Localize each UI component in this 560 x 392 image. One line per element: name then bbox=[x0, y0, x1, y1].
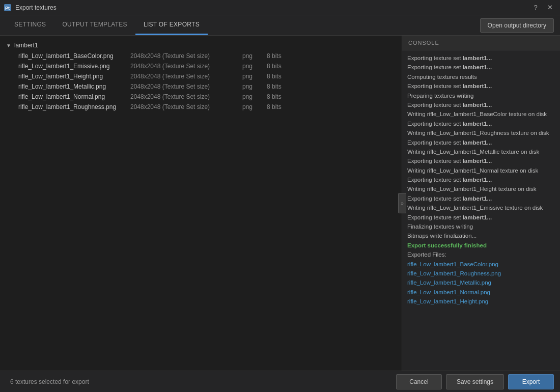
console-line-6: Writing rifle_Low_lambert1_BaseColor tex… bbox=[407, 109, 555, 119]
cancel-button[interactable]: Cancel bbox=[396, 374, 442, 389]
file-bits-5: 8 bits bbox=[267, 103, 282, 110]
group-header-lambert1[interactable]: ▼ lambert1 bbox=[0, 40, 402, 51]
file-bits-3: 8 bits bbox=[267, 83, 282, 90]
footer-bar: 6 textures selected for export Cancel Sa… bbox=[0, 371, 560, 392]
console-line-1: Exporting texture set lambert1... bbox=[407, 63, 555, 72]
console-link-basecolor[interactable]: rifle_Low_lambert1_BaseColor.png bbox=[407, 260, 555, 269]
file-format-0: png bbox=[242, 52, 267, 60]
help-button[interactable]: ? bbox=[529, 2, 542, 14]
console-line-2: Computing textures results bbox=[407, 72, 555, 81]
file-format-4: png bbox=[242, 93, 267, 100]
console-body: Exporting texture set lambert1... Export… bbox=[402, 50, 560, 371]
app-icon: Pt bbox=[4, 4, 11, 11]
window-title: Export textures bbox=[15, 4, 57, 11]
console-link-roughness[interactable]: rifle_Low_lambert1_Roughness.png bbox=[407, 269, 555, 278]
tab-list-of-exports[interactable]: LIST OF EXPORTS bbox=[135, 15, 208, 35]
console-line-8: Writing rifle_Low_lambert1_Roughness tex… bbox=[407, 128, 555, 137]
console-link-metallic[interactable]: rifle_Low_lambert1_Metallic.png bbox=[407, 278, 555, 287]
console-line-3: Exporting texture set lambert1... bbox=[407, 81, 555, 91]
tab-output-templates[interactable]: OUTPUT TEMPLATES bbox=[54, 15, 135, 35]
main-content: ▼ lambert1 rifle_Low_lambert1_BaseColor.… bbox=[0, 36, 560, 371]
console-line-10: Writing rifle_Low_lambert1_Metallic text… bbox=[407, 147, 555, 156]
console-title: CONSOLE bbox=[402, 36, 560, 50]
file-size-5: 2048x2048 (Texture Set size) bbox=[130, 103, 242, 110]
file-name-4: rifle_Low_lambert1_Normal.png bbox=[18, 93, 130, 100]
console-line-14: Writing rifle_Low_lambert1_Height textur… bbox=[407, 184, 555, 193]
file-name-0: rifle_Low_lambert1_BaseColor.png bbox=[18, 52, 130, 60]
console-link-height[interactable]: rifle_Low_lambert1_Height.png bbox=[407, 297, 555, 306]
console-line-16: Writing rifle_Low_lambert1_Emissive text… bbox=[407, 203, 555, 212]
file-bits-4: 8 bits bbox=[267, 93, 282, 100]
table-row: rifle_Low_lambert1_Height.png 2048x2048 … bbox=[0, 71, 402, 81]
console-line-4: Preparing textures writing bbox=[407, 91, 555, 100]
export-button[interactable]: Export bbox=[508, 374, 554, 389]
file-size-1: 2048x2048 (Texture Set size) bbox=[130, 63, 242, 70]
console-line-15: Exporting texture set lambert1... bbox=[407, 194, 555, 203]
close-button[interactable]: ✕ bbox=[544, 2, 556, 14]
table-row: rifle_Low_lambert1_BaseColor.png 2048x20… bbox=[0, 51, 402, 61]
file-size-0: 2048x2048 (Texture Set size) bbox=[130, 52, 242, 60]
open-output-button[interactable]: Open output directory bbox=[480, 18, 554, 33]
svg-text:Pt: Pt bbox=[5, 6, 10, 11]
file-bits-2: 8 bits bbox=[267, 73, 282, 80]
file-name-1: rifle_Low_lambert1_Emissive.png bbox=[18, 63, 130, 70]
file-format-3: png bbox=[242, 83, 267, 90]
table-row: rifle_Low_lambert1_Emissive.png 2048x204… bbox=[0, 61, 402, 71]
console-line-12: Writing rifle_Low_lambert1_Normal textur… bbox=[407, 166, 555, 175]
table-row: rifle_Low_lambert1_Metallic.png 2048x204… bbox=[0, 81, 402, 92]
file-bits-1: 8 bits bbox=[267, 63, 282, 70]
table-row: rifle_Low_lambert1_Roughness.png 2048x20… bbox=[0, 102, 402, 112]
console-line-0: Exporting texture set lambert1... bbox=[407, 53, 555, 63]
console-line-9: Exporting texture set lambert1... bbox=[407, 138, 555, 147]
file-format-2: png bbox=[242, 73, 267, 80]
header-bar: SETTINGS OUTPUT TEMPLATES LIST OF EXPORT… bbox=[0, 15, 560, 36]
file-format-1: png bbox=[242, 63, 267, 70]
console-line-success: Export successfully finished bbox=[407, 241, 555, 250]
file-name-2: rifle_Low_lambert1_Height.png bbox=[18, 73, 130, 80]
tab-settings[interactable]: SETTINGS bbox=[6, 15, 54, 35]
file-format-5: png bbox=[242, 103, 267, 110]
file-name-3: rifle_Low_lambert1_Metallic.png bbox=[18, 83, 130, 90]
file-size-4: 2048x2048 (Texture Set size) bbox=[130, 93, 242, 100]
console-panel: » CONSOLE Exporting texture set lambert1… bbox=[402, 36, 560, 371]
file-name-5: rifle_Low_lambert1_Roughness.png bbox=[18, 103, 130, 110]
console-link-normal[interactable]: rifle_Low_lambert1_Normal.png bbox=[407, 288, 555, 297]
console-line-13: Exporting texture set lambert1... bbox=[407, 175, 555, 184]
console-line-19: Bitmaps write finalization... bbox=[407, 231, 555, 240]
panel-collapse-handle[interactable]: » bbox=[398, 193, 406, 213]
file-bits-0: 8 bits bbox=[267, 52, 282, 60]
titlebar-controls: ? ✕ bbox=[529, 2, 556, 14]
exports-list-panel: ▼ lambert1 rifle_Low_lambert1_BaseColor.… bbox=[0, 36, 402, 371]
console-line-11: Exporting texture set lambert1... bbox=[407, 156, 555, 165]
tab-bar: SETTINGS OUTPUT TEMPLATES LIST OF EXPORT… bbox=[6, 15, 208, 35]
titlebar: Pt Export textures ? ✕ bbox=[0, 0, 560, 15]
table-row: rifle_Low_lambert1_Normal.png 2048x2048 … bbox=[0, 92, 402, 102]
footer-info: 6 textures selected for export bbox=[6, 378, 392, 385]
file-size-3: 2048x2048 (Texture Set size) bbox=[130, 83, 242, 90]
console-line-5: Exporting texture set lambert1... bbox=[407, 100, 555, 109]
group-name: lambert1 bbox=[14, 42, 38, 49]
console-line-7: Exporting texture set lambert1... bbox=[407, 119, 555, 128]
collapse-arrow-icon: ▼ bbox=[6, 43, 11, 48]
titlebar-left: Pt Export textures bbox=[4, 4, 57, 11]
console-line-18: Finalizing textures writing bbox=[407, 222, 555, 231]
console-line-exported-label: Exported Files: bbox=[407, 250, 555, 259]
file-size-2: 2048x2048 (Texture Set size) bbox=[130, 73, 242, 80]
save-settings-button[interactable]: Save settings bbox=[446, 374, 504, 389]
console-line-17: Exporting texture set lambert1... bbox=[407, 213, 555, 222]
